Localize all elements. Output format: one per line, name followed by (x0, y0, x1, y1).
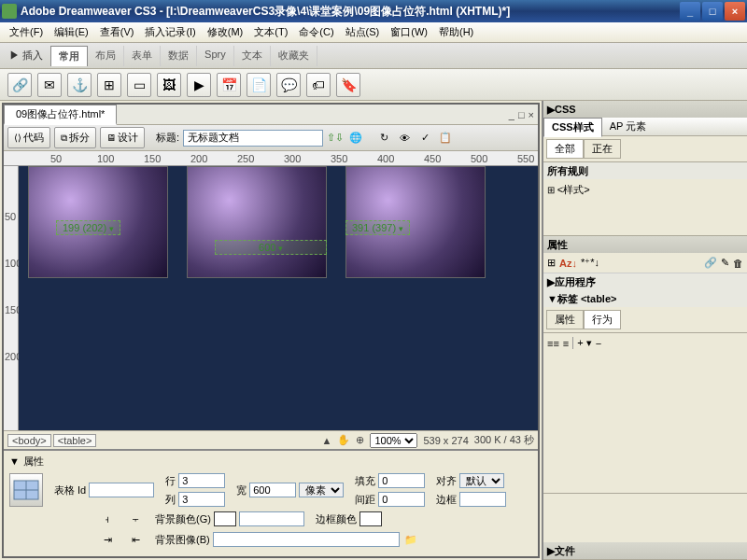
tag-inspector-header[interactable]: 标签 <table> (557, 292, 617, 306)
table-icon[interactable]: ⊞ (97, 73, 121, 97)
minimize-button[interactable]: _ (680, 2, 700, 21)
close-button[interactable]: × (725, 2, 745, 21)
css-current-tab[interactable]: 正在 (584, 139, 621, 159)
clear-col-widths-icon[interactable]: ⫞ (99, 511, 116, 527)
menu-text[interactable]: 文本(T) (248, 23, 293, 41)
insert-tab-text[interactable]: 文本 (234, 46, 271, 66)
menu-commands[interactable]: 命令(C) (293, 23, 339, 41)
remove-behavior-icon[interactable]: − (596, 338, 601, 349)
refresh-icon[interactable]: ↻ (375, 130, 392, 147)
view-split-button[interactable]: ⧉ 拆分 (54, 127, 96, 148)
table-id-input[interactable] (89, 483, 154, 497)
doc-close-icon[interactable]: × (529, 109, 534, 120)
insert-tab-layout[interactable]: 布局 (88, 46, 124, 66)
image-icon[interactable]: 🖼 (157, 73, 181, 97)
tag-selector-table[interactable]: <table> (53, 434, 97, 447)
maximize-button[interactable]: □ (702, 2, 723, 21)
view-options-icon[interactable]: 👁 (396, 130, 413, 147)
validate-icon[interactable]: ✓ (416, 130, 433, 147)
ssi-icon[interactable]: 📄 (247, 73, 271, 97)
table-width-marker[interactable]: 600 ▾ (215, 240, 327, 255)
view-design-button[interactable]: 🖥 设计 (100, 127, 145, 148)
menu-file[interactable]: 文件(F) (4, 23, 49, 41)
insert-label[interactable]: ▶ 插入 (4, 47, 49, 64)
az-sort-icon[interactable]: Az↓ (559, 258, 577, 269)
files-collapse-icon[interactable]: ▶ (547, 545, 555, 557)
insert-tab-forms[interactable]: 表单 (124, 46, 161, 66)
view-code-button[interactable]: ⟨⟩ 代码 (7, 127, 50, 148)
bgcolor-swatch[interactable] (214, 511, 236, 526)
px-to-percent-icon[interactable]: ⇥ (99, 531, 116, 548)
tag-selector-body[interactable]: <body> (7, 434, 51, 447)
div-icon[interactable]: ▭ (127, 73, 151, 97)
tag-behaviors-tab[interactable]: 行为 (584, 310, 621, 329)
menu-edit[interactable]: 编辑(E) (49, 23, 94, 41)
zoom-tool-icon[interactable]: ⊕ (356, 434, 364, 446)
show-set-icon[interactable]: ≡≡ (547, 338, 559, 349)
category-icon[interactable]: *⁺*↓ (581, 257, 599, 269)
collapse-triangle-icon[interactable]: ▼ (9, 455, 20, 467)
insert-tab-favorites[interactable]: 收藏夹 (271, 46, 317, 66)
anchor-icon[interactable]: ⚓ (67, 73, 92, 97)
delete-rule-icon[interactable]: 🗑 (733, 258, 743, 269)
show-list-icon[interactable]: ≡ (563, 338, 569, 349)
design-canvas[interactable]: XTREME XTREME XTREME XTREMELOREM IPSUM D… (19, 166, 538, 430)
zoom-select[interactable]: 100% (370, 433, 417, 448)
add-property-icon[interactable]: ⊞ (547, 257, 556, 269)
preview-globe-icon[interactable]: 🌐 (347, 130, 364, 147)
application-header[interactable]: 应用程序 (555, 275, 596, 289)
percent-to-px-icon[interactable]: ⇤ (127, 531, 144, 548)
properties-panel: ▼属性 表格 Id 行 列 宽像素 填充 间距 对齐默认 边框 (4, 449, 538, 556)
browse-folder-icon[interactable]: 📁 (402, 531, 419, 548)
style-node[interactable]: <样式> (557, 184, 590, 195)
insert-tab-data[interactable]: 数据 (161, 46, 197, 66)
bgimage-input[interactable] (213, 532, 400, 547)
insert-tab-common[interactable]: 常用 (50, 46, 88, 66)
hand-tool-icon[interactable]: ✋ (337, 434, 350, 446)
menu-insert[interactable]: 插入记录(I) (139, 23, 201, 41)
column-marker-2[interactable]: 391 (397) ▾ (345, 220, 410, 235)
check-icon[interactable]: 📋 (437, 130, 454, 147)
hyperlink-icon[interactable]: 🔗 (7, 73, 32, 97)
window-dimensions[interactable]: 539 x 274 (423, 435, 468, 446)
css-styles-tab[interactable]: CSS样式 (543, 118, 602, 137)
new-rule-icon[interactable]: ✎ (721, 257, 729, 269)
tag-attributes-tab[interactable]: 属性 (546, 310, 584, 329)
doc-restore-icon[interactable]: □ (518, 109, 525, 120)
media-icon[interactable]: ▶ (187, 73, 211, 97)
document-title-input[interactable] (183, 130, 323, 147)
rows-input[interactable] (178, 473, 225, 488)
bordercolor-swatch[interactable] (359, 511, 382, 526)
align-select[interactable]: 默认 (459, 473, 504, 488)
menu-view[interactable]: 查看(V) (94, 23, 140, 41)
pointer-tool-icon[interactable]: ▲ (322, 435, 332, 446)
menu-help[interactable]: 帮助(H) (433, 23, 479, 41)
attach-css-icon[interactable]: 🔗 (704, 257, 717, 269)
add-behavior-icon[interactable]: + ▾ (572, 337, 591, 349)
column-marker-1[interactable]: 199 (202) ▾ (56, 220, 120, 235)
ap-elements-tab[interactable]: AP 元素 (602, 118, 655, 135)
window-titlebar: Adobe Dreamweaver CS3 - [I:\DreamweaverC… (0, 0, 747, 22)
menu-window[interactable]: 窗口(W) (385, 23, 433, 41)
cellspace-input[interactable] (378, 492, 425, 507)
border-input[interactable] (459, 492, 506, 507)
menu-modify[interactable]: 修改(M) (202, 23, 249, 41)
template-icon[interactable]: 🏷 (306, 73, 331, 97)
cols-input[interactable] (178, 492, 225, 507)
date-icon[interactable]: 📅 (217, 73, 241, 97)
email-icon[interactable]: ✉ (37, 73, 62, 97)
menu-site[interactable]: 站点(S) (340, 23, 386, 41)
width-input[interactable] (249, 483, 296, 497)
doc-minimize-icon[interactable]: _ (509, 109, 514, 120)
css-collapse-icon[interactable]: ▶ (547, 104, 555, 116)
width-unit-select[interactable]: 像素 (299, 483, 344, 497)
cellpad-input[interactable] (378, 473, 425, 488)
insert-tab-spry[interactable]: Spry (197, 46, 234, 66)
upload-icon[interactable]: ⇧⇩ (327, 130, 344, 147)
comment-icon[interactable]: 💬 (276, 73, 301, 97)
document-tab[interactable]: 09图像占位符.html* (4, 105, 117, 125)
css-all-tab[interactable]: 全部 (546, 139, 584, 159)
clear-row-heights-icon[interactable]: ⫟ (127, 511, 144, 527)
bgcolor-input[interactable] (239, 511, 304, 526)
tag-icon[interactable]: 🔖 (336, 73, 360, 97)
